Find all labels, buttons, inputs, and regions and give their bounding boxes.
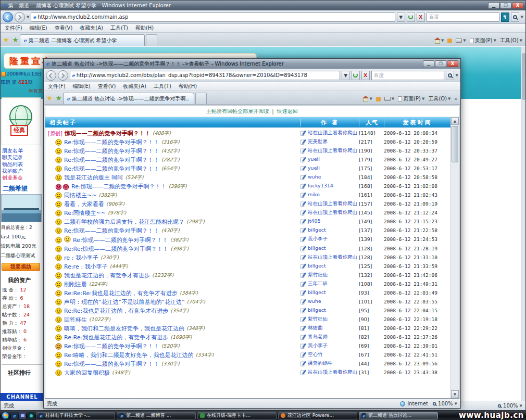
author-link[interactable]: 紫竹狂仙 [308,316,328,322]
author-link[interactable]: billgect [308,245,326,251]
popup-title-bar[interactable]: e 第二频道 热点讨论 ->惊现——二频的竞争对手啊？！！ ->查看帖子 - W… [44,59,460,69]
sidebar-link[interactable]: 我的账户 [2,168,44,174]
author-link[interactable]: wuhe [308,298,321,304]
popup-scrollbar[interactable]: ▲ ▼ [450,117,459,398]
quick-return-link[interactable]: 快速返回 [277,108,298,115]
print-button[interactable]: ▼ [456,39,466,43]
thread-link[interactable]: Re:惊现——二频的竞争对手啊？！！ [64,138,159,146]
thread-link[interactable]: 我也是花江边的，有竞争才有进步 [64,272,150,279]
author-link[interactable]: 站在山顶上看着你爬山 [308,200,357,206]
address-dropdown-button[interactable]: ▼ [342,71,350,80]
thread-link[interactable]: Re:Re:Re:我也是花江边的，有竞争才有进步 [64,289,178,297]
close-button[interactable]: X [447,60,458,67]
stop-button[interactable]: X [361,71,370,80]
author-link[interactable]: 站在山顶上看着你爬山 [308,254,357,260]
thread-link[interactable]: 声明：现在的“花江边”不是以前基地的“花江边” [64,298,185,306]
scroll-thumb[interactable] [452,126,458,162]
thread-link[interactable]: 二频有学校的强力后盾支持，花江怎能相比呢？ [64,218,184,226]
taskbar-button[interactable]: e第二频道 二频博客 ... [117,412,196,419]
feeds-button[interactable] [447,39,452,43]
favorites-star-icon[interactable]: ★ [2,34,11,46]
back-button[interactable] [46,70,56,81]
thread-link[interactable]: Re:同情楼主~~ [64,209,106,217]
thread-link[interactable]: Re:惊现——二频的竞争对手啊？！！ [73,236,168,244]
menu-item[interactable]: 查看(V) [98,83,116,90]
add-favorite-icon[interactable]: ★ [11,34,20,46]
author-link[interactable]: wuhe [308,174,321,180]
search-options-icon[interactable]: ▼ [521,15,523,19]
thread-link[interactable]: 嘻嘻，我们和二频是友好竞争，我也是花江边的 [64,325,184,333]
page-menu-button[interactable]: 页面(P)▼ [470,37,496,44]
home-button[interactable]: ▼ [435,38,444,44]
expand-all-link[interactable]: 主帖所有回帖全部展开阅读 [206,108,269,115]
refresh-button[interactable] [352,71,360,80]
new-tab-stub[interactable] [195,93,207,104]
popup-tab[interactable]: e 第二频道 热点讨论 ->惊现——二频的竞争对手啊.. [63,93,194,104]
thread-link[interactable]: Re:惊现——二频的竞争对手啊？！！ [64,342,159,350]
close-button[interactable]: X [512,2,523,9]
home-button[interactable]: ▼ [363,96,372,102]
new-tab-stub[interactable] [146,34,157,46]
author-link[interactable]: 林陆曲 [308,325,323,330]
bg-title-bar[interactable]: e 第二频道 二频博客 心理测试 希望小学 - Windows Internet… [1,1,525,10]
thread-link[interactable]: Re:re：我小李子 [64,263,108,271]
author-link[interactable]: 站在山顶上看着你爬山 [308,147,357,153]
sidebar-link[interactable]: 物品列表 [2,161,44,168]
menu-item[interactable]: 编辑(E) [73,83,91,90]
author-link[interactable]: jt405 [308,218,321,224]
author-link[interactable]: 紫竹狂仙 [308,272,328,277]
author-link[interactable]: 站在山顶上看着你爬山 [308,209,357,215]
author-link[interactable]: 我小李子 [308,342,328,348]
page-menu-button[interactable]: 页面(P)▼ [398,95,424,103]
menu-item[interactable]: 帮助(H) [135,24,154,32]
minimize-button[interactable]: ▁ [423,60,434,67]
taskbar-button[interactable]: 花江边社区 Powere... [278,412,357,419]
popup-zoom-control[interactable]: 100%▼ [432,401,457,406]
popup-address-bar[interactable]: e http://www.myclub2.com/bbs/plan_dsp.as… [70,71,340,80]
bg-zoom-control[interactable]: 100%▼ [497,403,522,409]
menu-item[interactable]: 文件(F) [5,24,22,32]
toolbar-overflow-chevron[interactable]: » [454,96,457,101]
thread-link[interactable]: 看看，大家看看 [64,200,104,208]
author-link[interactable]: billgect [308,227,326,233]
thread-link[interactable]: Re:嘻嘻，我们和二频是友好竞争，我也是花江边的 [64,351,194,359]
bg-address-bar[interactable]: e http://www.myclub2.com/main.asp [31,12,395,22]
menu-item[interactable]: 帮助(H) [179,83,197,90]
author-link[interactable]: miko [308,192,320,197]
bg-scrollbar[interactable] [521,47,525,401]
menu-item[interactable]: 编辑(E) [30,24,47,32]
thread-link[interactable]: 回答杯生 [64,316,87,324]
favorites-star-icon[interactable]: ★ [45,93,54,104]
scroll-up-button[interactable]: ▲ [451,117,459,125]
scroll-down-button[interactable]: ▼ [451,390,459,398]
forward-button[interactable] [15,12,25,22]
bg-tab[interactable]: e 第二频道 二频博客 心理测试 希望小学 [20,34,145,46]
stop-button[interactable]: X [417,12,425,22]
quicklaunch-desktop-icon[interactable] [19,412,26,419]
maximize-button[interactable]: ❐ [500,2,511,9]
menu-item[interactable]: 收藏夹(A) [80,24,103,32]
tools-menu-button[interactable]: 工具(O)▼ [500,37,522,44]
thread-link[interactable]: Re:Re:我也是花江边的，有竞争才有进步 [64,334,168,341]
author-link[interactable]: yueli [308,156,320,162]
author-link[interactable]: 站在山顶上看着你爬山 [308,130,357,135]
back-button[interactable] [3,12,13,22]
author-link[interactable]: 站在山顶上看着你爬山 [308,369,357,375]
taskbar-button[interactable]: 在线升级-瑞星卡卡... [197,412,277,419]
author-link[interactable]: lucky1314 [308,183,333,188]
menu-item[interactable]: 工具(T) [110,24,128,32]
menu-item[interactable]: 收藏夹(A) [123,83,146,90]
thread-link[interactable]: Re:惊现——二频的竞争对手啊？！！ [64,360,159,368]
feeds-button[interactable] [376,97,381,101]
print-button[interactable]: ▼ [384,97,394,101]
thread-link[interactable]: Re:惊现——二频的竞争对手啊？！！ [64,227,159,235]
author-link[interactable]: billgect [308,263,326,269]
add-favorite-icon[interactable]: ★ [54,93,64,104]
history-dropdown-icon[interactable]: ▼ [27,15,29,19]
thread-link[interactable]: 我是花江边的版主 呵呵 [64,174,123,182]
author-link[interactable]: 我小李子 [308,236,328,241]
author-link[interactable]: yueli [308,165,320,171]
author-link[interactable]: 青岛老师 [308,334,328,339]
bg-search-box[interactable]: 百度 [427,12,499,22]
sidebar-link[interactable]: 创业基金 [2,174,44,181]
